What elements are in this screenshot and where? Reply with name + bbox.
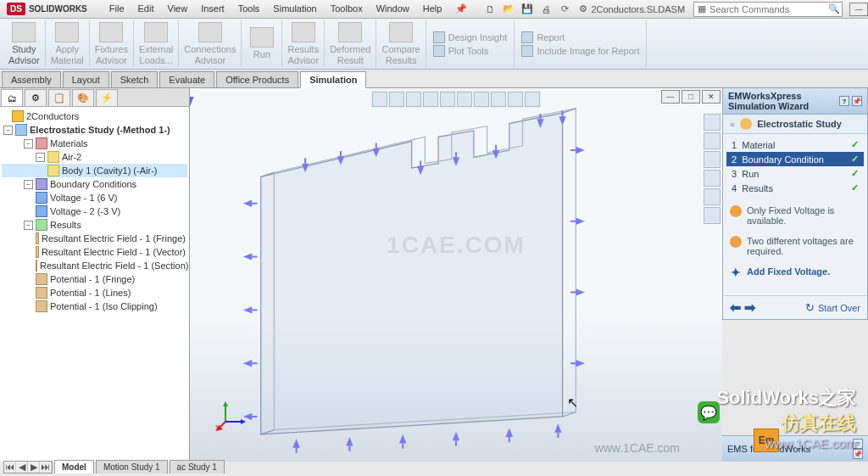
tree-voltage-item[interactable]: Voltage - 2 (-3 V) — [2, 204, 187, 218]
tree-result-item[interactable]: Potential - 1 (Lines) — [2, 286, 187, 300]
next-arrow-icon[interactable]: ➡ — [744, 300, 755, 316]
menu-insert[interactable]: Insert — [194, 1, 231, 17]
feature-manager-panel: 🗂 ⚙ 📋 🎨 ⚡ 2Conductors −Electrostatic Stu… — [0, 88, 190, 462]
tab-evaluate[interactable]: Evaluate — [159, 71, 214, 87]
minimize-button[interactable]: — — [849, 3, 868, 16]
fm-tab-config-icon[interactable]: 📋 — [48, 89, 70, 106]
collapse-icon[interactable]: − — [3, 126, 13, 135]
graphics-viewport[interactable]: — □ ✕ — [190, 88, 722, 462]
tab-simulation[interactable]: Simulation — [300, 71, 366, 88]
wizard-step-results[interactable]: 4 Results✓ — [726, 181, 864, 195]
collapse-icon[interactable]: − — [24, 221, 33, 230]
tree-result-item[interactable]: Resultant Electric Field - 1 (Vector) — [2, 245, 187, 259]
collapse-icon[interactable]: − — [36, 153, 45, 162]
wizard-steps: 1 Material✓ 2 Boundary Condition✓ 3 Run✓… — [723, 134, 867, 199]
collapse-icon[interactable]: − — [24, 180, 33, 189]
first-tab-icon[interactable]: ⏮ — [4, 462, 16, 473]
start-over-link[interactable]: Start Over — [805, 301, 860, 314]
ribbon-label: ExternalLoads... — [139, 44, 173, 64]
search-scope-icon[interactable]: ▦ — [694, 3, 709, 14]
menu-simulation[interactable]: Simulation — [266, 1, 323, 17]
ribbon-run[interactable]: Run — [242, 20, 282, 67]
next-tab-icon[interactable]: ▶ — [28, 462, 40, 473]
options-icon[interactable]: ⚙ — [576, 3, 591, 16]
bottom-tab-model[interactable]: Model — [54, 460, 94, 473]
ribbon-external-loads[interactable]: ExternalLoads... — [134, 20, 179, 67]
panel-help-icon[interactable]: ? — [853, 439, 863, 449]
fm-tab-tree-icon[interactable]: 🗂 — [1, 89, 23, 106]
tree-body-item[interactable]: Body 1 (Cavity1) (-Air-) — [2, 164, 187, 177]
tree-result-item[interactable]: Potential - 1 (Fringe) — [2, 272, 187, 286]
save-icon[interactable]: 💾 — [520, 3, 535, 16]
menu-help[interactable]: Help — [416, 1, 449, 17]
ribbon-include-image[interactable]: Include Image for Report — [521, 45, 639, 57]
menu-pin-icon[interactable]: 📌 — [448, 1, 474, 17]
search-input[interactable] — [709, 4, 826, 14]
simulation-tree[interactable]: 2Conductors −Electrostatic Study (-Metho… — [0, 107, 189, 462]
open-icon[interactable]: 📂 — [501, 3, 516, 16]
tree-result-item[interactable]: Potential - 1 (Iso Clipping) — [2, 300, 187, 313]
prev-arrow-icon[interactable]: ⬅ — [730, 300, 741, 316]
tab-sketch[interactable]: Sketch — [111, 71, 159, 87]
ribbon-results-advisor[interactable]: ResultsAdvisor — [282, 20, 325, 67]
collapse-icon[interactable]: − — [24, 139, 33, 148]
menu-view[interactable]: View — [161, 1, 195, 17]
fm-tab-property-icon[interactable]: ⚙ — [25, 89, 47, 106]
bottom-tab-motion[interactable]: Motion Study 1 — [96, 460, 168, 473]
menu-tools[interactable]: Tools — [231, 1, 267, 17]
ribbon-apply-material[interactable]: ApplyMaterial — [46, 20, 90, 67]
prev-tab-icon[interactable]: ◀ — [16, 462, 28, 473]
wizard-step-boundary[interactable]: 2 Boundary Condition✓ — [726, 152, 864, 166]
tree-results[interactable]: −Results — [2, 218, 187, 232]
tree-material-item[interactable]: −Air-2 — [2, 150, 187, 164]
hint-action[interactable]: ✦Add Fixed Voltage. — [730, 266, 860, 278]
ribbon-connections-advisor[interactable]: ConnectionsAdvisor — [179, 20, 242, 67]
ribbon-fixtures-advisor[interactable]: FixturesAdvisor — [90, 20, 134, 67]
last-tab-icon[interactable]: ⏭ — [40, 462, 52, 473]
bottom-tab-acstudy[interactable]: ac Study 1 — [170, 460, 225, 473]
ems-panel-title[interactable]: EMS for SolidWorks ?📌 — [722, 435, 868, 462]
fm-tab-em-icon[interactable]: ⚡ — [96, 89, 118, 106]
tree-root[interactable]: 2Conductors — [2, 109, 187, 123]
wizard-step-material[interactable]: 1 Material✓ — [726, 137, 864, 152]
menu-toolbox[interactable]: Toolbox — [324, 1, 370, 17]
tree-study[interactable]: −Electrostatic Study (-Method 1-) — [2, 123, 187, 137]
wizard-study-header[interactable]: « Electrostatic Study — [723, 115, 867, 134]
ribbon-study-advisor[interactable]: StudyAdvisor — [3, 20, 46, 67]
tree-label: Results — [50, 220, 81, 230]
materials-icon — [36, 137, 47, 149]
panel-pin-icon[interactable]: 📌 — [852, 96, 862, 106]
tab-assembly[interactable]: Assembly — [2, 71, 61, 87]
plot-icon — [36, 232, 39, 244]
add-fixed-voltage-link[interactable]: Add Fixed Voltage. — [747, 266, 830, 278]
tab-office-products[interactable]: Office Products — [216, 71, 298, 87]
search-icon[interactable]: 🔍 — [826, 3, 842, 14]
tree-voltage-item[interactable]: Voltage - 1 (6 V) — [2, 191, 187, 204]
ribbon-label: Report — [537, 32, 565, 42]
ribbon-deformed-result[interactable]: DeformedResult — [325, 20, 376, 67]
ribbon-plot-tools[interactable]: Plot Tools — [433, 45, 508, 57]
rebuild-icon[interactable]: ⟳ — [557, 3, 572, 16]
tree-result-item[interactable]: Resultant Electric Field - 1 (Section) — [2, 259, 187, 272]
menu-file[interactable]: File — [103, 1, 131, 17]
wizard-panel-title: EMWorksXpress Simulation Wizard ? 📌 — [723, 88, 867, 115]
panel-pin-icon[interactable]: 📌 — [853, 449, 863, 459]
apply-material-icon — [55, 22, 79, 42]
fm-tab-display-icon[interactable]: 🎨 — [72, 89, 94, 106]
ribbon-report[interactable]: Report — [521, 31, 639, 43]
ribbon-compare-results[interactable]: CompareResults — [376, 20, 426, 67]
panel-help-icon[interactable]: ? — [839, 96, 849, 106]
wizard-step-run[interactable]: 3 Run✓ — [726, 166, 864, 181]
search-commands[interactable]: ▦ 🔍 — [693, 2, 843, 17]
tree-materials[interactable]: −Materials — [2, 137, 187, 150]
print-icon[interactable]: 🖨 — [538, 3, 554, 16]
menu-window[interactable]: Window — [370, 1, 416, 17]
ribbon-design-insight[interactable]: Design Insight — [433, 31, 508, 43]
new-icon[interactable]: 🗋 — [482, 3, 498, 16]
menu-edit[interactable]: Edit — [131, 1, 161, 17]
back-chevron-icon[interactable]: « — [730, 119, 735, 129]
tab-layout[interactable]: Layout — [63, 71, 109, 87]
tree-boundary[interactable]: −Boundary Conditions — [2, 177, 187, 191]
tree-result-item[interactable]: Resultant Electric Field - 1 (Fringe) — [2, 232, 187, 245]
tree-label: Materials — [50, 138, 88, 148]
